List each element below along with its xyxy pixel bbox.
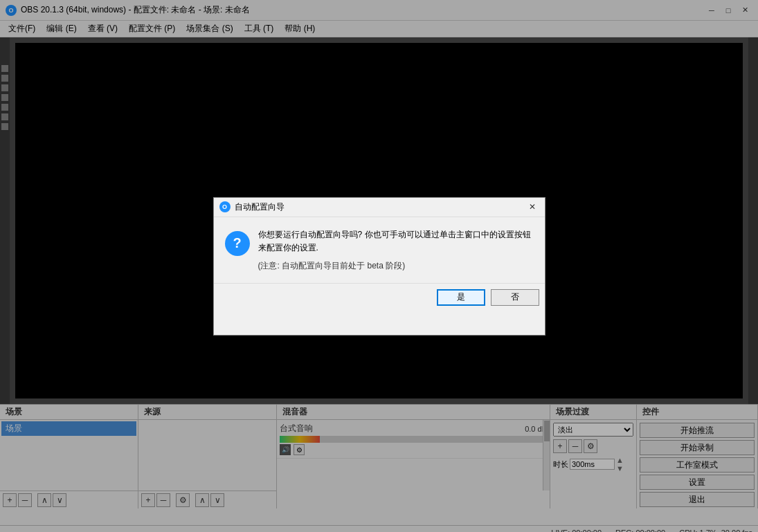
dialog-yes-button[interactable]: 是 xyxy=(437,289,485,306)
dialog-titlebar: O 自动配置向导 ✕ xyxy=(214,198,545,217)
auto-config-dialog: O 自动配置向导 ✕ ? 你想要运行自动配置向导吗? 你也可手动可以通过单击主窗… xyxy=(213,197,545,336)
dialog-app-icon: O xyxy=(219,201,231,212)
dialog-note: (注意: 自动配置向导目前处于 beta 阶段) xyxy=(258,260,534,272)
dialog-title: 自动配置向导 xyxy=(235,201,525,213)
dialog-body: ? 你想要运行自动配置向导吗? 你也可手动可以通过单击主窗口中的设置按钮来配置你… xyxy=(214,217,545,283)
dialog-footer: 是 否 xyxy=(214,283,545,311)
dialog-no-button[interactable]: 否 xyxy=(491,289,539,306)
question-icon: ? xyxy=(225,231,250,256)
dialog-message: 你想要运行自动配置向导吗? 你也可手动可以通过单击主窗口中的设置按钮来配置你的设… xyxy=(258,228,534,255)
dialog-close-button[interactable]: ✕ xyxy=(525,201,539,213)
modal-overlay: O 自动配置向导 ✕ ? 你想要运行自动配置向导吗? 你也可手动可以通过单击主窗… xyxy=(0,0,758,532)
